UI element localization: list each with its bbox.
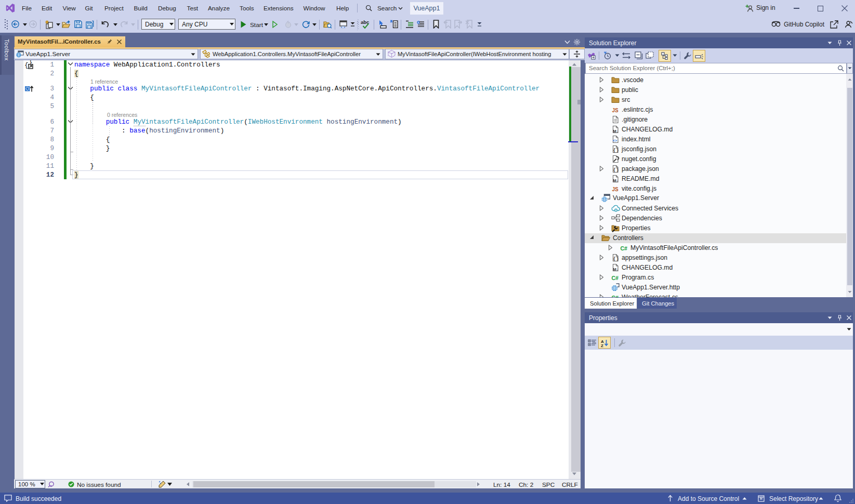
svg-text:C#: C# bbox=[612, 295, 619, 298]
svg-text:JS: JS bbox=[612, 108, 619, 113]
svg-text:{}: {} bbox=[613, 148, 619, 153]
svg-text:C#: C# bbox=[612, 275, 619, 281]
svg-text:M↓: M↓ bbox=[613, 178, 619, 183]
svg-text:M↓: M↓ bbox=[613, 267, 619, 272]
svg-text:C#: C# bbox=[621, 245, 628, 251]
svg-text:{}: {} bbox=[613, 167, 619, 173]
svg-text:JS: JS bbox=[612, 187, 619, 192]
svg-text:M↓: M↓ bbox=[613, 129, 619, 134]
svg-text:{: { bbox=[24, 62, 29, 69]
svg-text:{}: {} bbox=[613, 256, 619, 262]
svg-text:<>: <> bbox=[613, 139, 617, 142]
svg-text:Z: Z bbox=[601, 343, 603, 347]
